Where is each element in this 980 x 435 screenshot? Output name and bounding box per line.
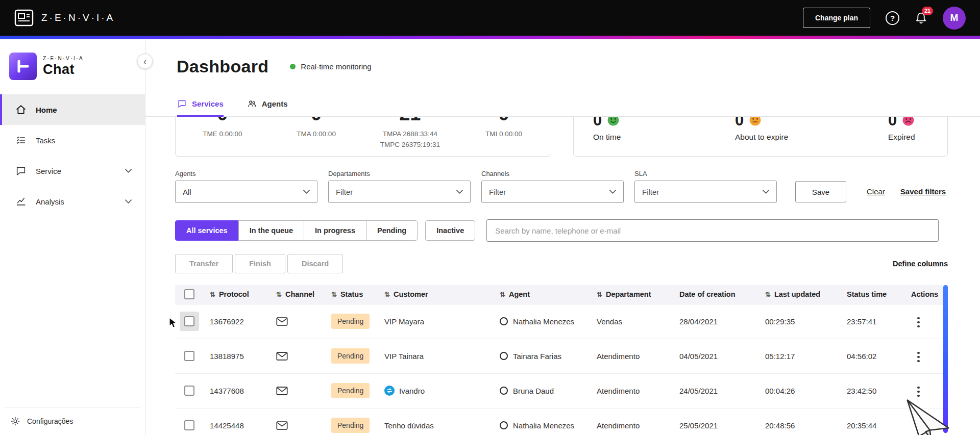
sidebar-item-settings[interactable]: Configurações [5,407,140,435]
col-protocol: ⇅Protocol [204,285,270,304]
row-checkbox[interactable] [184,316,194,326]
sidebar-item-service[interactable]: Service [0,156,145,186]
filter-label: SLA [634,170,777,177]
sort-protocol-icon[interactable]: ⇅ [210,291,215,298]
analysis-icon [15,196,27,207]
question-mark-icon: ? [890,14,895,22]
sidebar-item-home[interactable]: Home [0,94,145,125]
agent-avatar-icon [500,421,508,429]
bulk-actions-row: Transfer Finish Discard Define columns [145,254,980,273]
cell-status-time: 04:56:02 [841,339,905,373]
select-all-checkbox[interactable] [184,289,194,299]
cell-agent: Tainara Farias [494,339,591,373]
filter-all-services[interactable]: All services [175,220,239,241]
cell-date-of-creation: 28/04/2021 [673,304,759,339]
expired-smiley-icon [902,117,915,126]
realtime-status-dot [290,64,296,69]
sort-customer-icon[interactable]: ⇅ [384,291,390,298]
metric-label: About to expire [735,133,888,142]
sort-department-icon[interactable]: ⇅ [597,291,602,298]
table-row: 13676922 Pending VIP Mayara Nathalia Men… [175,304,948,339]
cell-actions [905,304,948,339]
define-columns-link[interactable]: Define columns [893,260,948,268]
departaments-select[interactable]: Filter [328,181,471,203]
sidebar-item-label: Analysis [36,197,64,206]
user-avatar[interactable]: M [943,7,966,30]
transfer-button[interactable]: Transfer [175,254,233,273]
cell-channel [270,339,325,373]
help-button[interactable]: ? [886,11,899,25]
metric-label: TMPA 2688:33:44 [363,129,457,140]
transfer-channel-icon [384,386,395,396]
row-actions-menu[interactable] [911,314,926,331]
column-label: Customer [394,290,428,298]
agent-name: Tainara Farias [513,352,561,361]
sla-select[interactable]: Filter [634,181,777,203]
agent-avatar-icon [500,317,508,325]
filter-in-the-queue[interactable]: In the queue [238,220,304,241]
col-agent: ⇅Agent [494,285,591,304]
cell-protocol: 13818975 [204,339,270,373]
sort-agent-icon[interactable]: ⇅ [500,291,505,298]
metric-tmpa-tmpc: 21 TMPA 2688:33:44 TMPC 26375:19:31 [363,117,457,156]
cell-protocol: 13676922 [204,304,270,339]
cell-select [175,339,204,373]
search-input[interactable] [486,219,939,242]
discard-button[interactable]: Discard [287,254,343,273]
filter-agents: Agents All [175,170,317,203]
change-plan-button[interactable]: Change plan [803,8,870,28]
metric-value: 0 [735,117,744,128]
cell-date-of-creation: 24/05/2021 [673,373,759,408]
customer-name: Tenho dúvidas [384,421,434,430]
cell-select [175,304,204,339]
save-filters-button[interactable]: Save [795,181,846,202]
chat-logo-icon [9,53,37,80]
cell-status: Pending [325,373,378,408]
cell-agent: Nathalia Menezes [494,408,591,435]
settings-label: Configurações [27,417,73,425]
agent-avatar-icon [500,387,508,395]
row-checkbox[interactable] [184,420,194,430]
agent-name: Nathalia Menezes [513,421,574,430]
finish-button[interactable]: Finish [235,254,285,273]
channels-select[interactable]: Filter [481,181,624,203]
agents-select[interactable]: All [175,181,317,203]
row-actions-menu[interactable] [911,349,926,366]
sidebar-menu: Home Tasks Service Analysis [0,94,145,217]
chevron-down-icon [456,190,463,194]
sort-status-icon[interactable]: ⇅ [331,291,337,298]
row-checkbox[interactable] [184,386,194,396]
cell-status-time: 23:57:41 [841,304,905,339]
tab-services[interactable]: Services [177,99,224,117]
customer-name: VIP Mayara [384,317,424,326]
clear-filters-link[interactable]: Clear [867,187,885,196]
tab-agents[interactable]: Agents [247,99,288,117]
table-row: 14377608 Pending Ivandro [175,373,948,408]
metric-label: Expired [888,133,947,142]
notification-badge: 21 [922,7,933,15]
cell-status: Pending [325,304,378,339]
table-row: 13818975 Pending VIP Tainara Tainara Far… [175,339,948,373]
chevron-left-icon: ‹ [143,56,147,66]
row-checkbox[interactable] [184,351,194,361]
filter-pending[interactable]: Pending [366,220,418,241]
sort-last-updated-icon[interactable]: ⇅ [765,291,771,298]
tab-label: Agents [262,99,288,108]
filter-in-progress[interactable]: In progress [304,220,366,241]
filter-inactive[interactable]: Inactive [425,220,475,241]
sidebar-item-analysis[interactable]: Analysis [0,186,145,217]
sort-channel-icon[interactable]: ⇅ [276,291,282,298]
col-channel: ⇅Channel [270,285,325,304]
collapse-sidebar-button[interactable]: ‹ [137,54,153,69]
chevron-down-icon [609,190,616,194]
page-title: Dashboard [177,57,268,76]
sidebar-item-tasks[interactable]: Tasks [0,125,145,156]
cell-channel [270,304,325,339]
col-department: ⇅Departament [591,285,673,304]
col-customer: ⇅Customer [378,285,494,304]
saved-filters-link[interactable]: Saved filters [900,187,946,196]
cell-status: Pending [325,339,378,373]
sidebar: ‹ Z·E·N·V·I·A Chat Home [0,39,145,435]
notifications-button[interactable]: 21 [915,11,927,25]
col-actions: Actions [905,285,948,304]
